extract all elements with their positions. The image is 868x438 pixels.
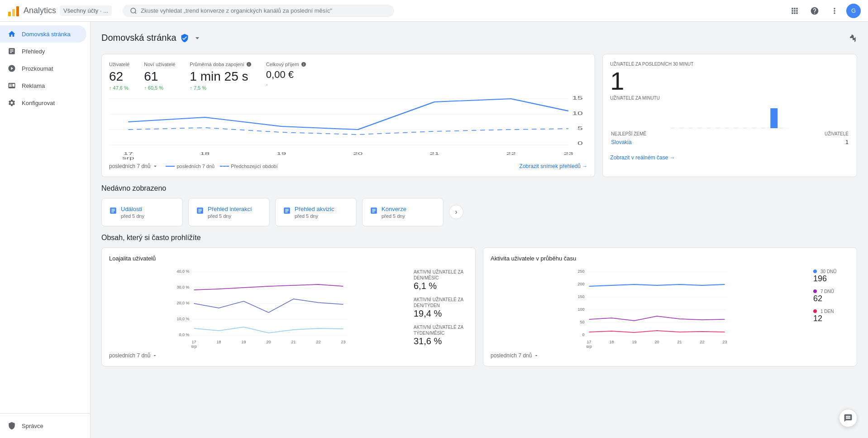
metric-revenue-label: Celkový příjem (266, 62, 306, 67)
loyalty-stat-1: AKTIVNÍ UŽIVATELÉ ZA DEN/TÝDEN 19,4 % (414, 297, 468, 319)
recent-card-conversions-name: Konverze (382, 206, 406, 212)
sidebar-item-configure[interactable]: Konfigurovat (0, 94, 86, 111)
recent-cards-row: Události před 5 dny Přehled interakcí př… (101, 198, 857, 226)
activity-line-30 (589, 284, 725, 286)
loyalty-card: Loajalita uživatelů 40,0 % 30,0 % 20,0 %… (101, 247, 476, 366)
svg-rect-22 (671, 128, 675, 128)
realtime-number: 1 (610, 68, 849, 94)
activity-legend-7-label: 7 DNŮ (820, 289, 834, 294)
page-title: Domovská stránka (101, 33, 176, 43)
sidebar-item-admin[interactable]: Správce (0, 417, 86, 434)
interactions-icon (196, 207, 204, 215)
pin-icon[interactable] (848, 34, 857, 43)
svg-text:22: 22 (506, 151, 516, 156)
recent-card-events-time: před 5 dny (121, 213, 144, 219)
sidebar-bottom: Správce (0, 413, 90, 434)
metric-revenue-change: - (266, 82, 306, 87)
metric-avg-session-label: Průměrná doba zapojení (190, 62, 251, 67)
recent-card-interactions-time: před 5 dny (208, 213, 252, 219)
verified-icon (180, 34, 189, 43)
activity-legend-30-label: 30 DNŮ (820, 269, 837, 274)
svg-text:200: 200 (577, 282, 584, 286)
svg-rect-31 (753, 128, 756, 128)
sidebar-item-home[interactable]: Domovská stránka (0, 25, 86, 43)
activity-time-selector[interactable]: posledních 7 dnů (491, 352, 539, 359)
sidebar-item-advertising[interactable]: Reklama (0, 77, 86, 94)
metric-users-change: ↑ 47,6 % (109, 85, 129, 91)
svg-text:srp: srp (191, 344, 197, 349)
metric-new-users-label: Noví uživatelé (144, 62, 175, 67)
realtime-chart-area (610, 106, 849, 124)
svg-text:50: 50 (580, 320, 584, 324)
metric-users-label: Uživatelé (109, 62, 129, 67)
analytics-logo-icon (7, 5, 20, 17)
svg-text:15: 15 (572, 96, 583, 101)
time-selector[interactable]: posledních 7 dnů (109, 163, 158, 169)
reports-icon (7, 47, 16, 55)
metric-new-users-change: ↑ 60,5 % (144, 85, 175, 91)
realtime-countries-table: NEJLEPŠÍ ZEMĚ UŽIVATELÉ Slovakia 1 (610, 130, 849, 147)
explore-icon (7, 64, 16, 72)
activity-dot-1 (813, 309, 817, 313)
sidebar-label-admin: Správce (22, 423, 43, 429)
activity-legend-30-value: 196 (813, 274, 849, 284)
recent-card-interactions[interactable]: Přehled interakcí před 5 dny (188, 198, 270, 226)
best-countries-header: NEJLEPŠÍ ZEMĚ (611, 130, 752, 137)
main-chart-svg: 15 10 5 0 (109, 96, 587, 159)
country-name[interactable]: Slovakia (611, 139, 631, 145)
recent-card-conversions[interactable]: Konverze před 5 dny (362, 198, 444, 226)
svg-text:17: 17 (191, 340, 196, 344)
activity-dot-7 (813, 289, 817, 293)
help-icon-button[interactable] (806, 3, 823, 19)
svg-text:19: 19 (241, 340, 246, 344)
advertising-icon (7, 82, 16, 90)
activity-legend-7: 7 DNŮ 62 (813, 289, 849, 303)
avatar[interactable]: G (846, 4, 861, 18)
metric-new-users: Noví uživatelé 61 ↑ 60,5 % (144, 62, 175, 91)
loyalty-line-low (194, 327, 343, 333)
metric-revenue: Celkový příjem 0,00 € - (266, 62, 306, 91)
chat-button[interactable] (839, 409, 857, 427)
app-title: Analytics (24, 6, 56, 15)
metric-users: Uživatelé 62 ↑ 47,6 % (109, 62, 129, 91)
recently-viewed-title: Nedávno zobrazeno (101, 184, 857, 193)
svg-text:18: 18 (200, 151, 210, 156)
loyalty-stat-1-label: AKTIVNÍ UŽIVATELÉ ZA DEN/TÝDEN (414, 297, 468, 308)
search-input[interactable] (141, 7, 387, 14)
users-header: UŽIVATELÉ (753, 130, 849, 137)
loyalty-chart-area: 40,0 % 30,0 % 20,0 % 10,0 % 0,0 % (109, 267, 410, 349)
svg-text:17: 17 (124, 151, 133, 156)
loyalty-stat-1-value: 19,4 % (414, 308, 468, 319)
account-selector[interactable]: Všechny účty · ... (60, 5, 112, 16)
sidebar-label-reports: Přehledy (22, 48, 45, 55)
svg-text:0: 0 (577, 141, 583, 146)
legend-current: posledních 7 dnů (166, 164, 215, 169)
activity-card-title: Aktivita uživatele v průběhu času (491, 255, 849, 262)
configure-icon (7, 99, 16, 107)
chart-legend: posledních 7 dnů Předchozející období (166, 164, 277, 169)
loyalty-time-selector[interactable]: posledních 7 dnů (109, 352, 157, 359)
activity-card: Aktivita uživatele v průběhu času 250 20… (483, 247, 857, 366)
metric-avg-session-value: 1 min 25 s (190, 69, 251, 84)
recent-nav-next-button[interactable]: › (449, 205, 463, 219)
recent-card-acquisition[interactable]: Přehled akvizic před 5 dny (275, 198, 357, 226)
sidebar-item-explore[interactable]: Prozkoumat (0, 60, 86, 77)
main-metrics-card: Uživatelé 62 ↑ 47,6 % Noví uživatelé 61 … (101, 54, 595, 177)
sidebar-item-reports[interactable]: Přehledy (0, 43, 86, 60)
recent-card-conversions-time: před 5 dny (382, 213, 406, 219)
view-realtime-link[interactable]: Zobrazit v reálném čase → (610, 154, 849, 161)
metric-avg-session: Průměrná doba zapojení 1 min 25 s ↑ 7,5 … (190, 62, 251, 91)
loyalty-footer: posledních 7 dnů (109, 352, 468, 359)
more-icon-button[interactable] (826, 3, 843, 19)
view-snapshots-link[interactable]: Zobrazit snímek přehledů → (520, 163, 588, 169)
loyalty-stat-0-value: 6,1 % (414, 281, 468, 291)
dropdown-arrow-icon[interactable] (193, 34, 202, 43)
events-icon (109, 207, 117, 215)
apps-icon-button[interactable] (787, 3, 803, 19)
activity-legend-1-value: 12 (813, 314, 849, 323)
chat-icon (844, 414, 853, 423)
recent-card-events[interactable]: Události před 5 dny (101, 198, 183, 226)
metric-users-value: 62 (109, 69, 129, 84)
svg-text:100: 100 (577, 307, 584, 312)
loyalty-stat-2-label: AKTIVNÍ UŽIVATELÉ ZA TÝDEN/MĚSÍC (414, 324, 468, 336)
